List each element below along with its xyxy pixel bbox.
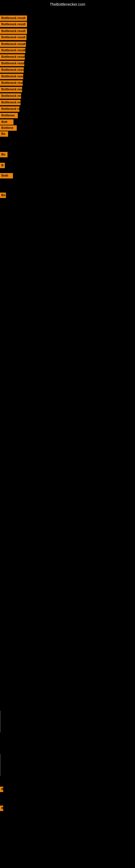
bottleneck-badge-21: Bottl	[0, 173, 13, 179]
bottleneck-badge-26: B	[0, 806, 3, 811]
bottleneck-badge-5: Bottleneck result	[0, 48, 26, 53]
bottleneck-badge-14: Bottleneck re	[0, 106, 19, 112]
bottleneck-badge-8: Bottleneck result	[0, 67, 24, 73]
vertical-line-23	[0, 711, 1, 733]
bottleneck-badge-12: Bottleneck res	[0, 93, 21, 99]
bottleneck-badge-22: Bo	[0, 193, 6, 198]
bottleneck-badge-0: Bottleneck result	[0, 16, 27, 21]
site-title: TheBottlenecker.com	[0, 2, 135, 6]
bottleneck-badge-17: Bottlene	[0, 125, 17, 131]
bottleneck-badge-25: B	[0, 786, 3, 792]
bottleneck-badge-7: Bottleneck result	[0, 61, 24, 66]
bottleneck-badge-3: Bottleneck result	[0, 35, 27, 40]
vertical-line-24	[0, 754, 1, 776]
bottleneck-badge-2: Bottleneck result	[0, 29, 27, 34]
bottleneck-badge-13: Bottleneck res	[0, 100, 20, 105]
bottleneck-badge-16: Bott	[0, 119, 13, 125]
bottleneck-badge-10: Bottleneck result	[0, 80, 23, 86]
bottleneck-badge-11: Bottleneck resu	[0, 87, 22, 92]
bottleneck-badge-6: Bottleneck result	[0, 54, 25, 60]
bottleneck-badge-20: B	[0, 163, 5, 168]
bottleneck-badge-19: Bo	[0, 152, 8, 157]
bottleneck-badge-1: Bottleneck result	[0, 22, 27, 27]
bottleneck-badge-9: Bottleneck result	[0, 74, 23, 79]
bottleneck-badge-18: Bo	[0, 131, 8, 137]
bottleneck-badge-15: Bottlenec	[0, 113, 18, 118]
bottleneck-badge-4: Bottleneck result	[0, 41, 26, 47]
